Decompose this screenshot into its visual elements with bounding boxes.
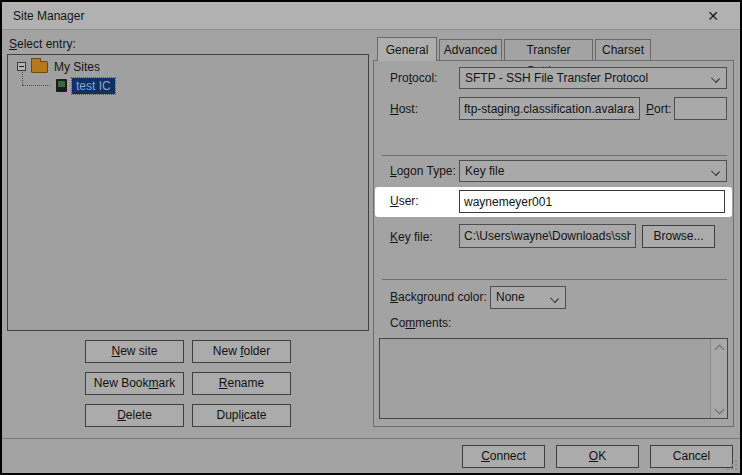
tree-connector-horizontal — [22, 85, 50, 86]
chevron-down-icon — [711, 167, 720, 176]
new-folder-button[interactable]: New folder — [192, 340, 291, 363]
comments-label: Comments: — [390, 316, 451, 330]
protocol-dropdown[interactable]: SFTP - SSH File Transfer Protocol — [459, 67, 727, 89]
rename-button[interactable]: Rename — [192, 372, 291, 395]
protocol-value: SFTP - SSH File Transfer Protocol — [465, 71, 648, 85]
select-entry-label: Select entry: — [9, 37, 76, 51]
footer-separator — [2, 438, 740, 439]
tab-charset[interactable]: Charset — [595, 39, 651, 60]
separator — [382, 155, 727, 156]
port-input[interactable] — [674, 97, 727, 120]
window-title: Site Manager — [13, 2, 84, 30]
folder-icon — [31, 61, 48, 73]
background-color-value: None — [496, 290, 525, 304]
background-color-dropdown[interactable]: None — [490, 286, 566, 309]
new-site-button[interactable]: New site — [85, 340, 184, 363]
comments-textarea[interactable] — [379, 338, 728, 419]
separator — [382, 279, 727, 280]
chevron-down-icon — [550, 294, 559, 303]
titlebar[interactable]: Site Manager ✕ — [2, 2, 740, 30]
logon-type-value: Key file — [465, 164, 504, 178]
comments-scrollbar[interactable] — [710, 339, 727, 418]
chevron-down-icon — [711, 74, 720, 83]
tree-item-my-sites[interactable]: My Sites — [17, 58, 100, 75]
logon-type-dropdown[interactable]: Key file — [459, 160, 727, 182]
tab-general[interactable]: General — [377, 37, 437, 61]
tree-item-label-selected[interactable]: test IC — [72, 78, 115, 94]
delete-button[interactable]: Delete — [85, 404, 184, 427]
port-label: Port: — [646, 102, 671, 116]
host-label: Host: — [390, 102, 418, 116]
logon-type-label: Logon Type: — [390, 164, 456, 178]
site-manager-dialog: Site Manager ✕ Select entry: My Sites te… — [0, 0, 742, 475]
resize-grip[interactable] — [727, 460, 737, 470]
server-icon — [56, 79, 67, 92]
general-tab-pane: Protocol: SFTP - SSH File Transfer Proto… — [373, 60, 734, 427]
protocol-label: Protocol: — [390, 71, 437, 85]
site-tree[interactable]: My Sites test IC — [7, 54, 369, 331]
user-label: User: — [390, 194, 419, 208]
close-icon[interactable]: ✕ — [696, 2, 730, 30]
tab-advanced[interactable]: Advanced — [439, 39, 502, 60]
tab-transfer-settings[interactable]: Transfer Settings — [504, 39, 593, 60]
scroll-down-icon[interactable] — [712, 402, 727, 417]
key-file-input[interactable] — [459, 224, 636, 248]
key-file-label: Key file: — [390, 230, 433, 244]
collapse-expander-icon[interactable] — [17, 62, 26, 71]
user-input[interactable] — [459, 190, 725, 213]
connect-button[interactable]: Connect — [462, 445, 545, 468]
browse-button[interactable]: Browse... — [642, 225, 715, 248]
tree-item-test-ic[interactable]: test IC — [56, 77, 115, 94]
host-input[interactable] — [459, 97, 640, 120]
duplicate-button[interactable]: Duplicate — [192, 404, 291, 427]
cancel-button[interactable]: Cancel — [650, 445, 733, 468]
background-color-label: Background color: — [390, 290, 487, 304]
new-bookmark-button[interactable]: New Bookmark — [85, 372, 184, 395]
scroll-up-icon[interactable] — [712, 340, 727, 355]
ok-button[interactable]: OK — [556, 445, 639, 468]
tree-item-label[interactable]: My Sites — [54, 60, 100, 74]
